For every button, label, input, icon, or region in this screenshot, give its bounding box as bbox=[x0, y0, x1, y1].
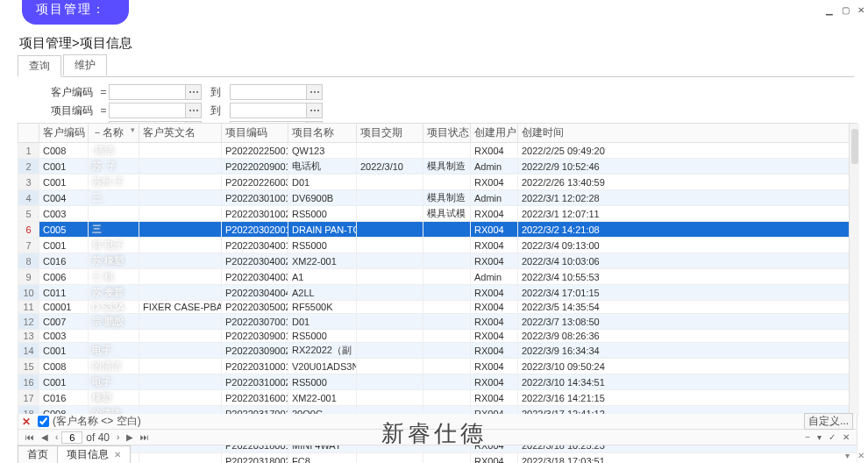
cell: XM22-001 bbox=[288, 253, 357, 269]
table-row[interactable]: 13C003P20220309001RS5000RX0042022/3/9 08… bbox=[18, 330, 857, 343]
pager-last-icon[interactable]: ⏭ bbox=[137, 432, 153, 442]
clear-filter-icon[interactable]: ✕ bbox=[22, 416, 31, 428]
column-header[interactable]: 项目交期 bbox=[357, 124, 423, 143]
vertical-scrollbar[interactable] bbox=[849, 124, 859, 416]
tab-project-info[interactable]: 项目信息✕ bbox=[57, 445, 131, 463]
close-icon[interactable]: ✕ bbox=[857, 5, 864, 15]
column-header[interactable]: 创建用户 bbox=[471, 124, 518, 143]
pager-step-back-icon[interactable]: ‹ bbox=[52, 432, 61, 442]
cell bbox=[423, 390, 471, 406]
customize-filter-button[interactable]: 自定义... bbox=[804, 413, 853, 430]
table-row[interactable]: 1C008·清洁P20220225001QW123RX0042022/2/25 … bbox=[18, 143, 857, 159]
cell: C007 bbox=[39, 314, 89, 330]
table-row[interactable]: 3C001苏州 子P20220226003D01RX0042022/2/26 1… bbox=[18, 175, 857, 190]
pager-check-icon[interactable]: ✓ bbox=[825, 432, 839, 442]
cell: RS5000 bbox=[288, 374, 357, 390]
cell: C001 bbox=[39, 159, 89, 175]
cell bbox=[139, 238, 222, 253]
cell: 2022/3/2 14:21:08 bbox=[518, 222, 857, 238]
cell: C003 bbox=[39, 330, 89, 343]
lookup-icon[interactable]: ⋯ bbox=[307, 84, 323, 100]
module-header[interactable]: 项目管理： bbox=[22, 0, 129, 25]
cell: 14 bbox=[18, 343, 39, 359]
pager-page-input[interactable] bbox=[61, 431, 82, 444]
cell: P20220309002 bbox=[222, 343, 288, 359]
close-tab-icon[interactable]: ✕ bbox=[114, 450, 121, 459]
column-header[interactable]: 项目名称 bbox=[288, 124, 357, 143]
project-id-to[interactable] bbox=[230, 103, 307, 118]
filter-enabled-checkbox[interactable] bbox=[38, 416, 49, 427]
cell: RX004 bbox=[471, 359, 518, 374]
cell: P20220304004 bbox=[222, 285, 288, 301]
lookup-icon[interactable]: ⋯ bbox=[186, 103, 202, 118]
cell: C0001 bbox=[39, 301, 89, 314]
cell bbox=[139, 143, 222, 159]
table-row[interactable]: 2C001苏· 子P20220209001电话机2022/3/10模具制造Adm… bbox=[18, 159, 857, 175]
cell bbox=[357, 343, 423, 359]
table-row[interactable]: 12C007宗 鹏股P20220307001D01RX0042022/3/7 1… bbox=[18, 314, 857, 330]
customer-id-to[interactable] bbox=[230, 84, 307, 100]
cell: 电子 bbox=[89, 343, 139, 359]
filter-icon[interactable]: ▾ bbox=[131, 125, 135, 134]
pager-refresh-icon[interactable]: ✕ bbox=[839, 432, 853, 442]
cell: 1 bbox=[18, 143, 39, 159]
cell: RS5000 bbox=[288, 330, 357, 343]
cell: 2022/3/9 08:26:36 bbox=[518, 330, 857, 343]
cell bbox=[423, 359, 471, 374]
tab-query[interactable]: 查询 bbox=[18, 55, 61, 77]
table-row[interactable]: 7C001剪 电子P20220304001RS5000RX0042022/3/4… bbox=[18, 238, 857, 253]
customer-id-from[interactable] bbox=[109, 84, 186, 100]
tab-maintain[interactable]: 维护 bbox=[63, 54, 107, 75]
cell: RX004 bbox=[471, 314, 518, 330]
cell: P20220301001 bbox=[222, 190, 288, 206]
table-row[interactable]: 17C016 橡塑P20220316001XM22-001RX0042022/3… bbox=[18, 390, 857, 406]
lookup-icon[interactable]: ⋯ bbox=[186, 84, 202, 100]
table-row[interactable]: 5C003P20220301002RS5000模具试模RX0042022/3/1… bbox=[18, 206, 857, 222]
table-row[interactable]: 8C016苏 橡塑P20220304002XM22-001RX0042022/3… bbox=[18, 253, 857, 269]
pager-step-fwd-icon[interactable]: › bbox=[113, 432, 123, 442]
tab-home[interactable]: 首页 bbox=[18, 445, 58, 463]
tab-close-icon[interactable]: ✕ bbox=[857, 451, 864, 460]
minimize-icon[interactable]: ▁ bbox=[826, 5, 833, 15]
pager-first-icon[interactable]: ⏮ bbox=[22, 432, 38, 442]
cell: 2022/3/16 14:21:15 bbox=[518, 390, 857, 406]
column-header[interactable]: －名称▾ bbox=[89, 124, 139, 143]
cell: 电子 bbox=[89, 374, 139, 390]
cell: 苏 麦普 bbox=[89, 285, 139, 301]
column-header[interactable]: 项目状态 bbox=[423, 124, 471, 143]
maximize-icon[interactable]: ▢ bbox=[842, 5, 850, 15]
table-row[interactable]: 15C008 的清洁P20220310001V20U01ADS3NRX00420… bbox=[18, 359, 857, 374]
cell: C001 bbox=[39, 343, 89, 359]
table-row[interactable]: 21C008 的清洁P20220318002FC8RX0042022/3/18 … bbox=[18, 453, 857, 464]
table-row[interactable]: 10C011苏 麦普P20220304004A2LLRX0042022/3/4 … bbox=[18, 285, 857, 301]
pager-of-label: of 40 bbox=[86, 431, 110, 444]
pager-minus-icon[interactable]: − bbox=[801, 432, 814, 442]
column-header[interactable]: 客户编码 bbox=[39, 124, 89, 143]
cell: 2022/3/5 14:35:54 bbox=[518, 301, 857, 314]
column-header[interactable]: 项目编码 bbox=[222, 124, 288, 143]
cell: 2022/3/9 16:34:34 bbox=[518, 343, 857, 359]
table-row[interactable]: 11C0001D 533AFIXER CASE-PBAP20220305002R… bbox=[18, 301, 857, 314]
column-header[interactable]: 客户英文名 bbox=[139, 124, 222, 143]
table-row[interactable]: 6C005三P20220302001DRAIN PAN-TCRX0042022/… bbox=[18, 222, 857, 238]
cell bbox=[139, 269, 222, 285]
cell: C005 bbox=[39, 222, 89, 238]
column-header[interactable] bbox=[18, 124, 39, 143]
table-row[interactable]: 14C001 电子P20220309002RX22022（副RX0042022/… bbox=[18, 343, 857, 359]
cell bbox=[423, 374, 471, 390]
pager-prev-icon[interactable]: ◀ bbox=[38, 432, 52, 442]
table-row[interactable]: 16C001 电子P20220310002RS5000RX0042022/3/1… bbox=[18, 374, 857, 390]
cell bbox=[89, 206, 139, 222]
tab-dropdown-icon[interactable]: ▾ bbox=[845, 451, 850, 460]
column-header[interactable]: 创建时间 bbox=[518, 124, 857, 143]
cell: 三 bbox=[89, 222, 139, 238]
lookup-icon[interactable]: ⋯ bbox=[307, 103, 323, 118]
cell: 9 bbox=[18, 269, 39, 285]
pager-expand-icon[interactable]: ▾ bbox=[814, 432, 825, 442]
cell bbox=[423, 222, 471, 238]
table-row[interactable]: 9C006三 机P20220304003A1Admin2022/3/4 10:5… bbox=[18, 269, 857, 285]
pager-next-icon[interactable]: ▶ bbox=[123, 432, 137, 442]
table-row[interactable]: 4C004三.P20220301001DV6900B模具制造Admin2022/… bbox=[18, 190, 857, 206]
cell bbox=[139, 159, 222, 175]
project-id-from[interactable] bbox=[109, 103, 186, 118]
